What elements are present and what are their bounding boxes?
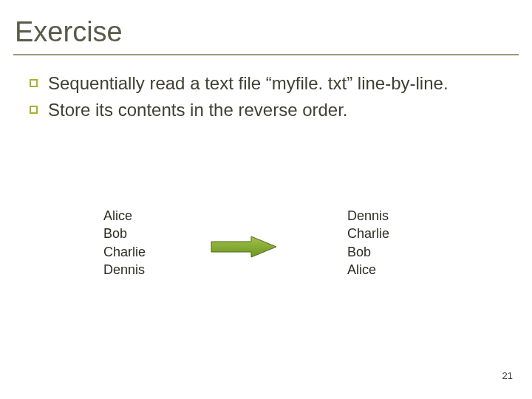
slide-title: Exercise [0,0,532,52]
list-item: Bob [103,225,146,242]
bullet-item: Sequentially read a text file “myfile. t… [30,72,502,95]
output-list: Dennis Charlie Bob Alice [347,207,389,279]
list-item: Alice [103,207,146,225]
arrow-right-icon [207,233,281,260]
bullet-item: Store its contents in the reverse order. [30,98,502,122]
bullet-marker-icon [30,79,38,87]
list-item: Dennis [103,261,146,279]
list-item: Charlie [347,225,389,242]
page-number: 21 [502,370,513,381]
example-area: Alice Bob Charlie Dennis Dennis Charlie … [0,192,532,303]
svg-marker-0 [211,236,276,257]
bullet-text: Sequentially read a text file “myfile. t… [48,72,449,95]
slide: Exercise Sequentially read a text file “… [0,0,532,399]
input-list: Alice Bob Charlie Dennis [103,207,146,279]
list-item: Bob [347,243,389,261]
list-item: Dennis [347,207,389,225]
bullet-text: Store its contents in the reverse order. [48,98,348,122]
list-item: Charlie [103,243,146,261]
list-item: Alice [347,261,389,279]
content-area: Sequentially read a text file “myfile. t… [0,55,532,123]
bullet-marker-icon [30,106,38,114]
